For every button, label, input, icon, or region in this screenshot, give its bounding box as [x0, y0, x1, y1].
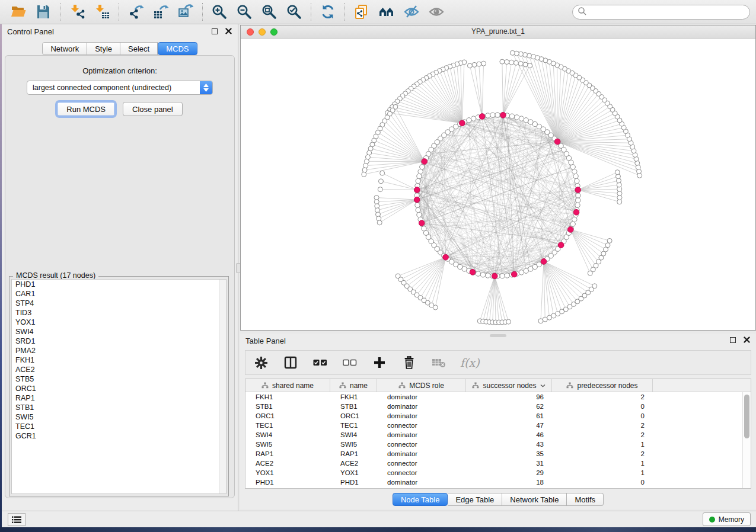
tab-network[interactable]: Network — [42, 42, 87, 55]
criterion-select[interactable]: largest connected component (undirected) — [27, 81, 213, 95]
import-network-icon[interactable] — [65, 2, 90, 22]
node-table-header: shared namenameMCDS rolesuccessor nodesp… — [245, 379, 751, 392]
mcds-list-scrollbar[interactable] — [219, 280, 226, 493]
tab-node-table[interactable]: Node Table — [393, 493, 448, 506]
window-zoom-icon[interactable] — [270, 28, 277, 36]
table-cell: 31 — [466, 459, 552, 468]
table-cell: 96 — [466, 392, 552, 402]
close-panel-icon[interactable] — [744, 336, 750, 343]
tab-edge-table[interactable]: Edge Table — [448, 493, 502, 506]
mcds-result-item[interactable]: PMA2 — [12, 346, 226, 355]
save-session-icon[interactable] — [31, 2, 56, 22]
close-panel-icon[interactable] — [225, 28, 232, 34]
mcds-result-item[interactable]: YOX1 — [12, 318, 226, 327]
zoom-out-icon[interactable] — [232, 2, 257, 22]
table-settings-gear-icon[interactable] — [253, 352, 269, 373]
add-column-icon[interactable] — [371, 352, 388, 373]
table-cell: SWI4 — [330, 430, 377, 440]
float-panel-icon[interactable] — [730, 337, 736, 343]
table-scrollbar[interactable] — [742, 392, 751, 488]
close-panel-button[interactable]: Close panel — [123, 102, 183, 116]
export-network-icon[interactable] — [123, 2, 148, 22]
export-table-icon[interactable] — [148, 2, 173, 22]
tab-select[interactable]: Select — [120, 42, 158, 55]
mcds-result-item[interactable]: ACE2 — [12, 365, 226, 374]
mcds-result-item[interactable]: CAR1 — [12, 289, 226, 299]
mcds-result-item[interactable]: TID3 — [12, 308, 226, 318]
table-cell: connector — [377, 459, 466, 468]
mcds-result-item[interactable]: GCR1 — [12, 431, 226, 441]
toolbar-separator — [202, 3, 203, 21]
mcds-result-item[interactable]: RAP1 — [12, 393, 226, 403]
table-cell: ORC1 — [330, 411, 377, 421]
mcds-result-item[interactable]: SWI5 — [12, 412, 226, 422]
function-builder-icon[interactable]: f(x) — [460, 356, 480, 369]
network-window-title: YPA_prune.txt_1 — [241, 25, 755, 38]
network-canvas[interactable] — [241, 39, 755, 330]
table-row[interactable]: STB1STB1dominator620 — [245, 402, 742, 411]
column-header-predecessor-nodes[interactable]: predecessor nodes — [552, 379, 653, 392]
mcds-result-item[interactable]: SRD1 — [12, 336, 226, 346]
select-stepper-icon[interactable] — [200, 81, 212, 94]
hide-selected-eye-icon[interactable] — [399, 2, 424, 22]
mcds-result-item[interactable]: SWI4 — [12, 327, 226, 336]
table-row[interactable]: ORC1ORC1dominator610 — [245, 411, 742, 421]
column-header-shared-name[interactable]: shared name — [245, 379, 330, 392]
task-history-button[interactable] — [8, 513, 25, 526]
mcds-result-item[interactable]: ORC1 — [12, 384, 226, 393]
zoom-fit-icon[interactable] — [257, 2, 282, 22]
column-header-name[interactable]: name — [330, 379, 377, 392]
mcds-result-item[interactable]: PHD1 — [12, 280, 226, 289]
float-panel-icon[interactable] — [212, 28, 218, 34]
open-file-icon[interactable] — [6, 2, 31, 22]
tab-network-table[interactable]: Network Table — [502, 493, 567, 506]
network-graph[interactable] — [241, 39, 755, 330]
table-cell: 2 — [552, 392, 653, 402]
deselect-all-rows-icon[interactable] — [342, 352, 358, 373]
delete-table-icon[interactable] — [430, 352, 447, 373]
mcds-result-item[interactable]: STB5 — [12, 374, 226, 384]
table-row[interactable]: SWI5SWI5connector431 — [245, 440, 742, 449]
table-cell: ACE2 — [330, 459, 377, 468]
search-box[interactable] — [572, 5, 750, 20]
network-window-titlebar[interactable]: YPA_prune.txt_1 — [241, 25, 755, 39]
tab-motifs[interactable]: Motifs — [567, 493, 604, 506]
table-row[interactable]: TEC1TEC1connector472 — [245, 421, 742, 430]
mcds-result-list[interactable]: PHD1CAR1STP4TID3YOX1SWI4SRD1PMA2FKH1ACE2… — [11, 279, 227, 494]
table-cell: STB1 — [245, 402, 330, 411]
table-row[interactable]: SWI4SWI4dominator462 — [245, 430, 742, 440]
memory-button[interactable]: Memory — [703, 512, 751, 526]
mcds-result-item[interactable]: FKH1 — [12, 355, 226, 365]
delete-column-trash-icon[interactable] — [401, 352, 417, 373]
mcds-result-item[interactable]: STB1 — [12, 403, 226, 412]
table-row[interactable]: PHD1PHD1dominator180 — [245, 477, 742, 487]
tab-mcds[interactable]: MCDS — [158, 42, 197, 55]
table-panel-drag-handle[interactable] — [490, 334, 506, 337]
table-scrollbar-thumb[interactable] — [744, 395, 749, 438]
tab-style[interactable]: Style — [87, 42, 120, 55]
search-input[interactable] — [587, 7, 749, 18]
table-row[interactable]: RAP1RAP1dominator352 — [245, 449, 742, 459]
clone-network-icon[interactable] — [349, 2, 374, 22]
table-cell: TEC1 — [245, 421, 330, 430]
refresh-icon[interactable] — [315, 2, 340, 22]
export-image-icon[interactable] — [173, 2, 198, 22]
select-all-rows-icon[interactable] — [312, 352, 328, 373]
window-minimize-icon[interactable] — [259, 28, 266, 36]
table-row[interactable]: YOX1YOX1connector291 — [245, 468, 742, 477]
column-header-MCDS-role[interactable]: MCDS role — [377, 379, 466, 392]
show-all-eye-icon[interactable] — [424, 2, 449, 22]
find-network-icon[interactable] — [374, 2, 399, 22]
table-cell: dominator — [377, 402, 466, 411]
mcds-result-item[interactable]: TEC1 — [12, 422, 226, 431]
zoom-in-icon[interactable] — [207, 2, 232, 22]
table-row[interactable]: FKH1FKH1dominator962 — [245, 392, 742, 402]
show-columns-icon[interactable] — [282, 352, 299, 373]
mcds-result-item[interactable]: STP4 — [12, 299, 226, 308]
zoom-selected-icon[interactable] — [282, 2, 307, 22]
import-table-icon[interactable] — [90, 2, 114, 22]
table-row[interactable]: ACE2ACE2connector311 — [245, 459, 742, 468]
column-header-successor-nodes[interactable]: successor nodes — [466, 379, 552, 392]
run-mcds-button[interactable]: Run MCDS — [57, 102, 115, 116]
window-close-icon[interactable] — [247, 28, 254, 36]
